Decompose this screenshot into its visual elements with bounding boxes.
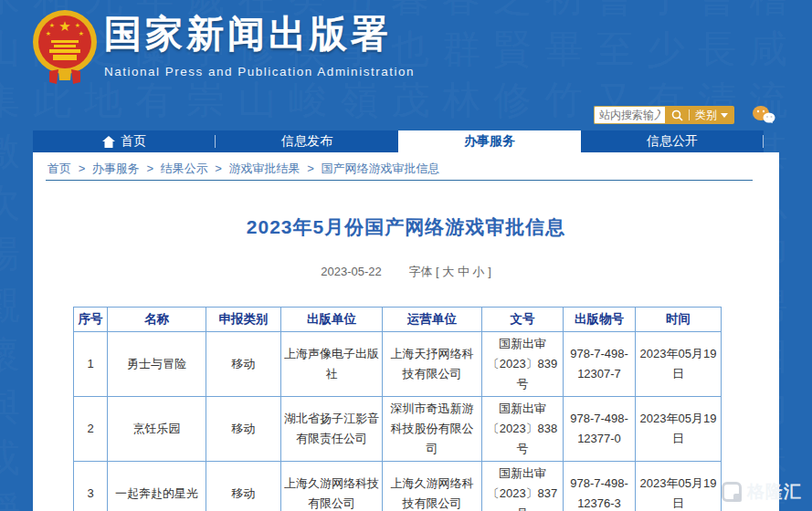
cell-game-name: 一起奔赴的星光 (108, 462, 206, 511)
cell-category: 移动 (206, 397, 281, 462)
category-dropdown[interactable]: 类别 (695, 108, 728, 123)
col-header-index: 序号 (74, 308, 108, 332)
publish-date: 2023-05-22 (321, 265, 382, 278)
national-emblem-icon: ★ ★ ★ ★ ★ (31, 5, 99, 89)
nav-separator (763, 135, 764, 148)
gelonghui-watermark: 格隆汇 (722, 480, 802, 504)
cell-publisher: 上海声像电子出版社 (281, 332, 383, 397)
page-title: 2023年5月份国产网络游戏审批信息 (33, 214, 779, 240)
table-row: 2 烹饪乐园 移动 湖北省扬子江影音有限责任公司 深圳市奇迅新游科技股份有限公司… (74, 397, 722, 462)
article-meta: 2023-05-22 字体 [ 大 中 小 ] (33, 264, 779, 280)
col-header-date: 时间 (636, 308, 722, 332)
cell-game-name: 烹饪乐园 (108, 397, 206, 462)
svg-text:★: ★ (58, 18, 70, 34)
cell-category: 移动 (206, 332, 281, 397)
search-input[interactable] (594, 106, 665, 124)
cell-index: 3 (74, 462, 108, 511)
cell-isbn: 978-7-498-12307-7 (564, 332, 636, 397)
col-header-doc-number: 文号 (482, 308, 564, 332)
approval-table: 序号 名称 申报类别 出版单位 运营单位 文号 出版物号 时间 1 勇士与冒险 … (73, 307, 722, 511)
breadcrumb-separator: > (215, 162, 222, 175)
breadcrumb-current[interactable]: 国产网络游戏审批信息 (321, 162, 439, 175)
nav-label-info-release: 信息发布 (281, 133, 332, 150)
col-header-isbn: 出版物号 (564, 308, 636, 332)
nav-label-services: 办事服务 (464, 133, 515, 150)
font-size-small[interactable]: 小 (473, 265, 485, 278)
cell-doc-number: 国新出审〔2023〕839号 (482, 332, 564, 397)
search-icon (671, 110, 683, 121)
cell-publisher: 湖北省扬子江影音有限责任公司 (281, 397, 383, 462)
category-label: 类别 (695, 108, 717, 123)
cell-date: 2023年05月19日 (636, 332, 722, 397)
svg-text:★: ★ (75, 22, 80, 28)
font-bracket-open: [ (436, 265, 439, 278)
main-nav: 首页 信息发布 办事服务 信息公开 (33, 130, 764, 152)
col-header-publisher: 出版单位 (281, 308, 383, 332)
table-header-row: 序号 名称 申报类别 出版单位 运营单位 文号 出版物号 时间 (74, 308, 722, 332)
breadcrumb-divider (46, 180, 753, 181)
font-size-medium[interactable]: 中 (458, 265, 469, 278)
cell-index: 2 (74, 397, 108, 462)
nav-item-home[interactable]: 首页 (33, 130, 216, 152)
breadcrumb-results[interactable]: 结果公示 (161, 162, 208, 175)
cell-operator: 深圳市奇迅新游科技股份有限公司 (383, 397, 482, 462)
svg-text:★: ★ (79, 30, 84, 36)
svg-text:★: ★ (46, 30, 51, 36)
col-header-name: 名称 (108, 308, 206, 332)
site-subtitle: National Press and Publication Administr… (104, 65, 415, 78)
nav-item-services[interactable]: 办事服务 (398, 130, 581, 152)
table-row: 1 勇士与冒险 移动 上海声像电子出版社 上海天抒网络科技有限公司 国新出审〔2… (74, 332, 722, 397)
cell-date: 2023年05月19日 (636, 462, 722, 511)
breadcrumb-home[interactable]: 首页 (47, 162, 71, 175)
nav-item-info-disclosure[interactable]: 信息公开 (581, 130, 764, 152)
breadcrumb-separator: > (146, 162, 153, 175)
site-search: 类别 (594, 106, 776, 124)
col-header-operator: 运营单位 (383, 308, 482, 332)
nav-label-info-disclosure: 信息公开 (647, 133, 698, 150)
cell-publisher: 上海久游网络科技有限公司 (281, 462, 383, 511)
nav-label-home: 首页 (121, 133, 146, 150)
cell-doc-number: 国新出审〔2023〕838号 (482, 397, 564, 462)
content-panel: 首页 > 办事服务 > 结果公示 > 游戏审批结果 > 国产网络游戏审批信息 2… (33, 152, 779, 511)
home-icon (102, 136, 115, 148)
breadcrumb: 首页 > 办事服务 > 结果公示 > 游戏审批结果 > 国产网络游戏审批信息 (47, 161, 439, 177)
gelonghui-logo-icon (722, 482, 742, 502)
cell-isbn: 978-7-498-12376-3 (564, 462, 636, 511)
site-header: ★ ★ ★ ★ ★ 国家新闻出版署 National Press and Pub… (0, 0, 812, 130)
caret-down-icon (721, 113, 728, 118)
breadcrumb-separator: > (307, 162, 314, 175)
site-title: 国家新闻出版署 (104, 9, 415, 59)
search-button[interactable] (671, 110, 683, 121)
table-row: 3 一起奔赴的星光 移动 上海久游网络科技有限公司 上海久游网络科技有限公司 国… (74, 462, 722, 511)
cell-index: 1 (74, 332, 108, 397)
nav-item-info-release[interactable]: 信息发布 (216, 130, 398, 152)
cell-date: 2023年05月19日 (636, 397, 722, 462)
wechat-icon[interactable] (751, 104, 776, 126)
site-logo-link[interactable]: ★ ★ ★ ★ ★ (31, 5, 99, 89)
cell-doc-number: 国新出审〔2023〕837号 (482, 462, 564, 511)
search-divider (689, 110, 690, 120)
breadcrumb-services[interactable]: 办事服务 (92, 162, 140, 175)
font-size-large[interactable]: 大 (442, 265, 454, 278)
cell-isbn: 978-7-498-12377-0 (564, 397, 636, 462)
cell-game-name: 勇士与冒险 (108, 332, 206, 397)
watermark-text: 格隆汇 (747, 480, 802, 504)
font-bracket-close: ] (488, 265, 491, 278)
cell-category: 移动 (206, 462, 281, 511)
font-size-label: 字体 (408, 265, 432, 278)
approval-table-wrap: 序号 名称 申报类别 出版单位 运营单位 文号 出版物号 时间 1 勇士与冒险 … (73, 307, 722, 511)
cell-operator: 上海久游网络科技有限公司 (383, 462, 482, 511)
breadcrumb-game-approval[interactable]: 游戏审批结果 (229, 162, 301, 175)
col-header-category: 申报类别 (206, 308, 281, 332)
cell-operator: 上海天抒网络科技有限公司 (383, 332, 482, 397)
breadcrumb-separator: > (79, 162, 86, 175)
svg-text:★: ★ (49, 22, 55, 28)
